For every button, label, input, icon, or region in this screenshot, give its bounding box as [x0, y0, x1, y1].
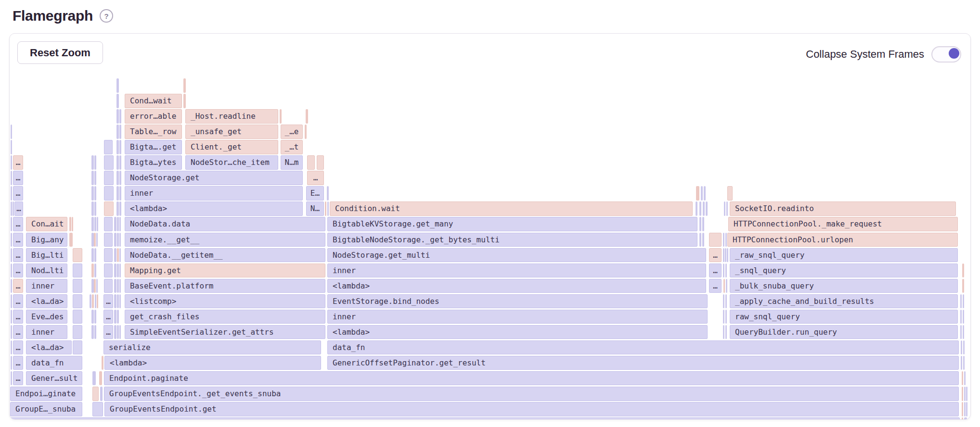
flame-frame-sliver[interactable] — [119, 279, 121, 293]
flame-frame-sliver[interactable] — [114, 325, 116, 339]
flame-frame[interactable]: <la…da> — [26, 294, 67, 309]
flame-frame-sliver[interactable] — [97, 217, 98, 231]
flame-frame-sliver[interactable] — [69, 233, 73, 247]
flame-frame-sliver[interactable] — [696, 186, 699, 201]
flame-frame[interactable]: inner — [327, 264, 706, 278]
flame-frame-sliver[interactable] — [94, 233, 96, 247]
flame-frame[interactable]: GenericOffsetPaginator.get_result — [327, 356, 959, 370]
flame-frame-sliver[interactable] — [963, 310, 964, 324]
flame-frame-sliver[interactable] — [726, 201, 728, 216]
flame-frame-sliver[interactable] — [117, 294, 119, 309]
flame-frame-sliver[interactable] — [91, 264, 94, 278]
flame-frame-sliver[interactable] — [119, 233, 121, 247]
flame-frame[interactable]: … — [709, 279, 722, 293]
flame-frame-sliver[interactable] — [94, 201, 96, 216]
flame-frame-sliver[interactable] — [11, 201, 12, 216]
flame-frame-sliver[interactable] — [702, 233, 704, 247]
flame-frame[interactable]: serialize — [103, 340, 321, 355]
flame-frame-sliver[interactable] — [119, 294, 121, 309]
flame-frame[interactable]: BigtableNodeStorage._get_bytes_multi — [327, 233, 697, 247]
flame-frame-sliver[interactable] — [119, 140, 121, 154]
flame-frame-sliver[interactable] — [104, 248, 113, 263]
flame-frame[interactable]: … — [13, 310, 23, 324]
flame-frame-sliver[interactable] — [11, 125, 12, 139]
flame-frame-sliver[interactable] — [696, 201, 697, 216]
flame-frame[interactable]: … — [13, 186, 23, 201]
flame-frame[interactable]: inner — [26, 279, 67, 293]
flame-frame-sliver[interactable] — [91, 325, 94, 339]
flame-frame-sliver[interactable] — [11, 217, 12, 231]
flame-frame-sliver[interactable] — [73, 279, 82, 293]
flame-frame-sliver[interactable] — [104, 233, 113, 247]
flame-frame[interactable]: Endpoi…ginate — [10, 387, 82, 401]
flame-frame-sliver[interactable] — [91, 310, 94, 324]
flame-frame-sliver[interactable] — [11, 279, 12, 293]
flame-frame-sliver[interactable] — [73, 310, 82, 324]
flame-frame-sliver[interactable] — [114, 294, 116, 309]
flame-frame[interactable]: QueryBuilder.run_query — [730, 325, 958, 339]
flame-frame-sliver[interactable] — [104, 217, 113, 231]
flame-frame-sliver[interactable] — [699, 201, 701, 216]
flame-frame-sliver[interactable] — [91, 217, 94, 231]
flame-frame[interactable]: Gener…sult — [26, 371, 82, 386]
flame-frame[interactable]: _…t — [281, 140, 303, 154]
flame-frame-sliver[interactable] — [116, 94, 119, 108]
flame-frame-sliver[interactable] — [723, 294, 724, 309]
flame-frame-sliver[interactable] — [104, 140, 113, 154]
flame-frame[interactable]: Bigta…ytes — [125, 155, 182, 170]
flame-frame-sliver[interactable] — [327, 186, 329, 201]
flame-frame-sliver[interactable] — [699, 217, 701, 231]
flame-frame[interactable]: raw_snql_query — [730, 310, 958, 324]
flame-frame-sliver[interactable] — [11, 310, 12, 324]
flame-frame-sliver[interactable] — [91, 279, 94, 293]
flame-frame-sliver[interactable] — [94, 264, 96, 278]
flame-frame-sliver[interactable] — [702, 217, 704, 231]
flame-frame-sliver[interactable] — [11, 171, 12, 185]
flame-frame-sliver[interactable] — [704, 186, 706, 201]
flame-frame-sliver[interactable] — [94, 171, 96, 185]
flame-frame-sliver[interactable] — [99, 371, 102, 386]
flame-frame[interactable]: SimpleEventSerializer.get_attrs — [125, 325, 325, 339]
flame-frame-sliver[interactable] — [100, 387, 103, 401]
flame-frame-sliver[interactable] — [91, 201, 94, 216]
flame-frame[interactable]: … — [13, 248, 23, 263]
flame-frame-sliver[interactable] — [73, 294, 82, 309]
flame-frame-sliver[interactable] — [72, 217, 73, 231]
flame-frame[interactable]: error…able — [125, 109, 182, 124]
flame-frame[interactable]: memoize.__get__ — [125, 233, 325, 247]
flame-frame-sliver[interactable] — [307, 155, 315, 170]
flame-frame[interactable]: Endpoint.paginate — [104, 371, 959, 386]
flame-frame[interactable]: GroupE…_snuba — [10, 402, 82, 416]
flame-frame-sliver[interactable] — [116, 155, 119, 170]
flame-frame-sliver[interactable] — [727, 186, 733, 201]
flame-frame-sliver[interactable] — [723, 248, 724, 263]
flame-frame-sliver[interactable] — [966, 387, 967, 401]
flame-frame[interactable]: … — [307, 171, 324, 185]
flame-frame-sliver[interactable] — [119, 171, 121, 185]
flame-frame[interactable]: _raw_snql_query — [730, 248, 958, 263]
flame-frame-sliver[interactable] — [69, 217, 71, 231]
flame-frame-sliver[interactable] — [964, 387, 966, 401]
flame-frame[interactable]: Con…ait — [26, 217, 67, 231]
flame-frame-sliver[interactable] — [709, 233, 722, 247]
flame-frame-sliver[interactable] — [962, 417, 963, 420]
flame-frame-sliver[interactable] — [960, 325, 962, 339]
flame-frame-sliver[interactable] — [91, 233, 94, 247]
flame-frame[interactable]: SocketIO.readinto — [730, 201, 956, 216]
flame-frame-sliver[interactable] — [91, 186, 94, 201]
flame-frame[interactable]: <listcomp> — [125, 294, 325, 309]
flame-frame[interactable]: _unsafe_get — [185, 125, 278, 139]
flame-frame[interactable]: … — [13, 155, 23, 170]
flame-frame-sliver[interactable] — [11, 233, 12, 247]
flame-frame-sliver[interactable] — [116, 125, 119, 139]
flame-frame-sliver[interactable] — [94, 248, 96, 263]
flame-frame-sliver[interactable] — [725, 294, 727, 309]
flame-frame-sliver[interactable] — [95, 294, 96, 309]
flame-frame-sliver[interactable] — [13, 201, 14, 216]
flame-frame-sliver[interactable] — [119, 201, 121, 216]
flame-frame[interactable]: _Host.readline — [185, 109, 278, 124]
flame-frame-sliver[interactable] — [964, 371, 966, 386]
flame-frame-sliver[interactable] — [11, 155, 12, 170]
flame-frame[interactable]: GroupEventsEndpoint._get_events_snuba — [104, 387, 959, 401]
flame-frame[interactable]: … — [14, 201, 23, 216]
